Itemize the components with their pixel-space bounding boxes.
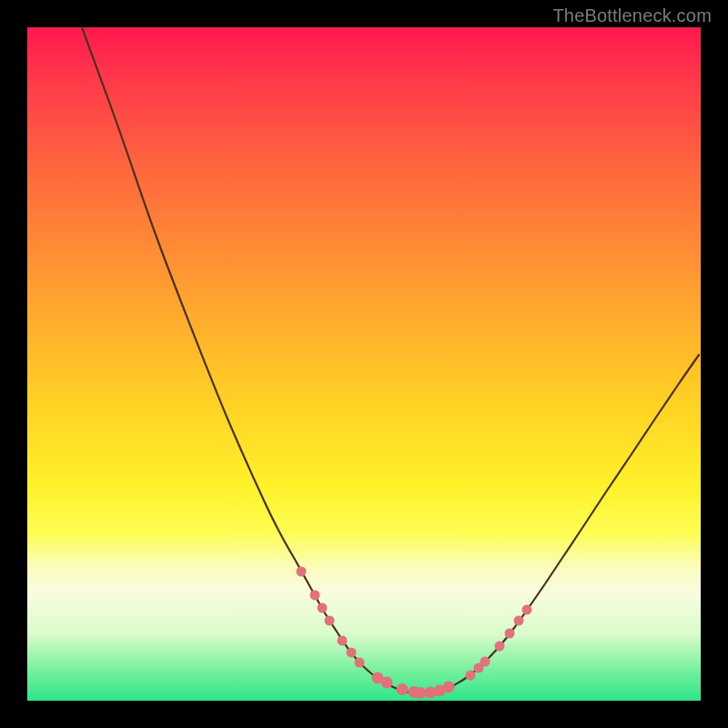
data-point [495,642,505,652]
data-point [522,605,532,615]
chart-stage: TheBottleneck.com [0,0,728,728]
curves-svg [27,27,701,701]
data-point [347,648,357,658]
bottleneck-curve-right [422,355,699,693]
data-point [480,657,490,667]
data-point [466,671,476,681]
data-point [318,603,328,613]
plot-area [27,27,701,701]
data-points-small [297,567,532,681]
data-point [310,591,320,601]
data-point [325,616,335,626]
data-point [297,567,307,577]
watermark-text: TheBottleneck.com [552,5,712,26]
data-point [505,629,515,639]
data-point [443,682,455,693]
data-point [355,658,365,668]
data-point [338,636,348,646]
data-points-big [372,672,455,700]
data-point [381,677,393,689]
data-point [397,683,409,695]
bottleneck-curve-left [82,27,422,693]
data-point [514,616,524,626]
